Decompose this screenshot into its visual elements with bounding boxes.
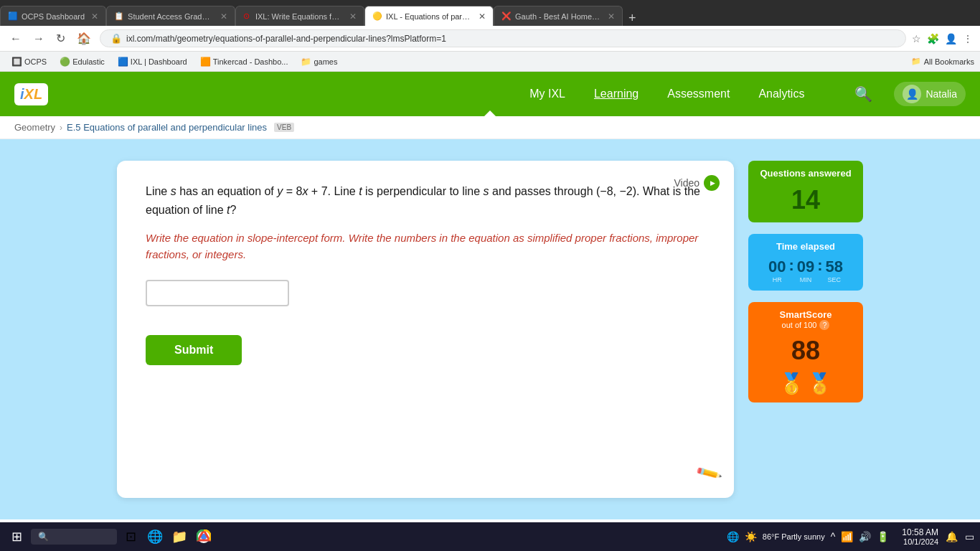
address-bar: ← → ↻ 🏠 🔒 ixl.com/math/geometry/equation… (0, 26, 980, 52)
time-minutes: 09 MIN (797, 258, 814, 283)
url-text: ixl.com/math/geometry/equations-of-paral… (126, 34, 895, 44)
secure-icon: 🔒 (110, 33, 122, 44)
tab-icon-2: 📋 (114, 11, 124, 22)
bookmark-icon-ocps: 🔲 (11, 57, 22, 67)
smart-score-box: SmartScore out of 100 ? 88 🥇 🏅 (748, 302, 863, 402)
smart-score-help[interactable]: ? (819, 320, 829, 330)
side-panel: Questions answered 14 Time elapsed 00 HR… (748, 161, 863, 498)
bookmark-label-games: games (314, 57, 337, 66)
bookmark-icon-edulastic: 🟢 (60, 57, 70, 67)
new-tab-button[interactable]: + (623, 11, 642, 26)
tab-gauth[interactable]: ❌ Gauth - Best AI Homework H... ✕ (494, 6, 623, 26)
questions-answered-box: Questions answered 14 (748, 161, 863, 222)
smart-score-subtitle: out of 100 ? (755, 320, 856, 330)
bookmark-tinkercad[interactable]: 🟧 Tinkercad - Dashbo... (194, 55, 294, 68)
nav-learning[interactable]: Learning (594, 88, 639, 100)
address-bar-icons: ☆ 🧩 👤 ⋮ (912, 33, 973, 44)
time-display: 00 HR : 09 MIN : 58 SEC (755, 258, 856, 283)
tab-label-4: IXL - Equations of parallel a... (386, 12, 472, 21)
gold-medal: 🥇 (779, 372, 804, 395)
nav-analytics[interactable]: Analytics (758, 88, 804, 100)
tab-label-2: Student Access Gradebook (128, 12, 214, 21)
bookmark-label-edulastic: Edulastic (72, 57, 105, 66)
time-hr-label: HR (773, 276, 782, 283)
all-bookmarks-button[interactable]: 📁 All Bookmarks (911, 57, 974, 66)
breadcrumb-separator: › (60, 123, 62, 133)
var-t2: t (227, 204, 230, 216)
bookmark-games[interactable]: 📁 games (295, 55, 343, 68)
url-bar[interactable]: 🔒 ixl.com/math/geometry/equations-of-par… (100, 29, 906, 47)
user-name: Natalia (925, 88, 957, 100)
questions-answered-title: Questions answered (755, 168, 856, 179)
video-play-button[interactable] (704, 175, 720, 191)
bookmark-ocps[interactable]: 🔲 OCPS (6, 55, 52, 68)
ixl-logo[interactable]: iXL (14, 83, 48, 105)
tab-close-4[interactable]: ✕ (479, 11, 486, 22)
tab-ixl-write[interactable]: ⊙ IXL: Write Equations for par... ✕ (235, 6, 364, 26)
forward-button[interactable]: → (30, 31, 47, 47)
var-t1: t (359, 185, 362, 197)
reload-button[interactable]: ↻ (53, 30, 68, 47)
browser-chrome: 🟦 OCPS Dashboard ✕ 📋 Student Access Grad… (0, 0, 980, 72)
smart-score-title: SmartScore (755, 309, 856, 320)
bookmark-label-ixl: IXL | Dashboard (131, 57, 187, 66)
time-min-label: MIN (800, 276, 812, 283)
bookmark-label-ocps: OCPS (24, 57, 47, 66)
user-avatar: 👤 (903, 85, 921, 103)
bookmark-icon-tinkercad: 🟧 (200, 57, 211, 67)
all-bookmarks-label: All Bookmarks (924, 57, 974, 66)
breadcrumb-subject[interactable]: Geometry (14, 122, 55, 133)
profile-icon[interactable]: 👤 (945, 33, 957, 44)
tab-label-5: Gauth - Best AI Homework H... (515, 12, 601, 21)
time-colon-1: : (788, 258, 793, 283)
time-colon-2: : (817, 258, 822, 283)
home-button[interactable]: 🏠 (74, 30, 94, 47)
ixl-logo-text: iXL (20, 86, 42, 103)
active-nav-indicator (484, 110, 496, 116)
time-seconds: 58 SEC (826, 258, 843, 283)
var-x: x (302, 185, 308, 197)
pencil-decoration: ✏️ (694, 459, 723, 487)
question-text: Line s has an equation of y = 8x + 7. Li… (146, 182, 705, 219)
answer-input[interactable] (146, 280, 289, 306)
breadcrumb-badge: VEB (274, 123, 294, 132)
menu-icon[interactable]: ⋮ (963, 33, 973, 44)
breadcrumb-current: E.5 Equations of parallel and perpendicu… (67, 122, 267, 133)
back-button[interactable]: ← (7, 31, 24, 47)
bookmark-icon-games: 📁 (301, 57, 311, 67)
nav-my-ixl[interactable]: My IXL (529, 88, 565, 100)
nav-assessment[interactable]: Assessment (667, 88, 730, 100)
star-icon[interactable]: ☆ (912, 33, 921, 44)
bookmark-icon-ixl: 🟦 (118, 57, 128, 67)
questions-answered-value: 14 (755, 185, 856, 215)
tab-close-3[interactable]: ✕ (349, 11, 357, 22)
tab-close-2[interactable]: ✕ (220, 11, 227, 22)
extensions-icon[interactable]: 🧩 (927, 33, 939, 44)
user-menu[interactable]: 👤 Natalia (894, 82, 966, 106)
tab-bar: 🟦 OCPS Dashboard ✕ 📋 Student Access Grad… (0, 0, 980, 26)
question-card: Video Line s has an equation of y = 8x +… (117, 161, 734, 498)
instruction-text: Write the equation in slope-intercept fo… (146, 230, 705, 263)
bookmark-edulastic[interactable]: 🟢 Edulastic (54, 55, 110, 68)
bookmark-label-tinkercad: Tinkercad - Dashbo... (213, 57, 288, 66)
equation: y (277, 185, 283, 197)
time-sec-label: SEC (828, 276, 842, 283)
submit-button[interactable]: Submit (146, 335, 242, 365)
var-s1: s (171, 185, 176, 197)
video-link[interactable]: Video (674, 175, 720, 191)
tab-label-1: OCPS Dashboard (22, 12, 85, 21)
time-min-value: 09 (797, 258, 814, 276)
tab-ixl-equations[interactable]: 🟡 IXL - Equations of parallel a... ✕ (364, 6, 494, 26)
tab-icon-5: ❌ (501, 11, 512, 22)
ixl-navigation: iXL My IXL Learning Assessment Analytics… (0, 72, 980, 116)
time-elapsed-box: Time elapsed 00 HR : 09 MIN : 58 SEC (748, 234, 863, 291)
main-area: Video Line s has an equation of y = 8x +… (0, 139, 980, 519)
tab-ocps-dashboard[interactable]: 🟦 OCPS Dashboard ✕ (0, 6, 106, 26)
tab-gradebook[interactable]: 📋 Student Access Gradebook ✕ (106, 6, 235, 26)
tab-close-5[interactable]: ✕ (608, 11, 615, 22)
bookmark-ixl-dashboard[interactable]: 🟦 IXL | Dashboard (112, 55, 193, 68)
medals-display: 🥇 🏅 (755, 372, 856, 395)
tab-close-1[interactable]: ✕ (91, 11, 98, 22)
search-icon[interactable]: 🔍 (854, 85, 872, 103)
breadcrumb: Geometry › E.5 Equations of parallel and… (0, 116, 980, 139)
